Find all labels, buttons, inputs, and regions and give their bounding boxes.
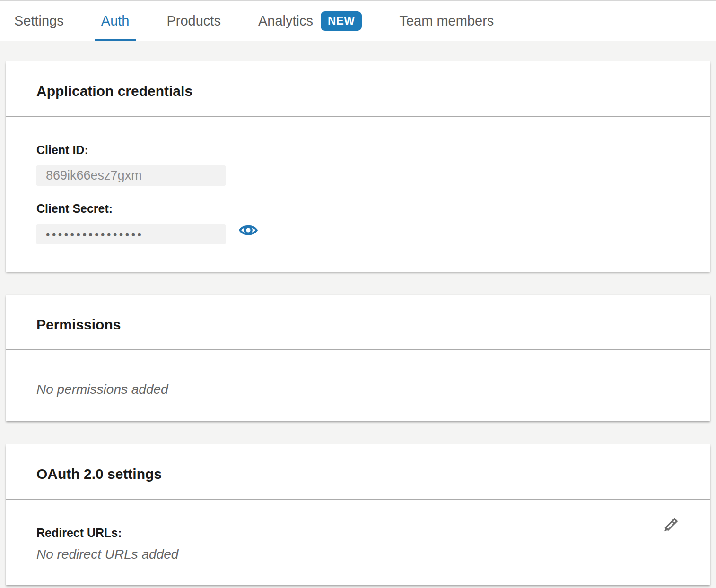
tab-label: Auth [101, 13, 130, 29]
application-credentials-card: Application credentials Client ID: 869ik… [6, 61, 710, 272]
card-header: OAuth 2.0 settings [6, 444, 710, 500]
tab-settings[interactable]: Settings [8, 1, 70, 41]
card-body: No permissions added [6, 350, 710, 421]
client-id-label: Client ID: [36, 143, 680, 157]
new-badge: NEW [321, 11, 362, 31]
tab-label: Settings [14, 13, 64, 29]
permissions-title: Permissions [36, 316, 680, 334]
oauth-settings-card: OAuth 2.0 settings Redirect URL [6, 444, 710, 585]
tab-label: Analytics [258, 13, 313, 29]
tab-label: Products [166, 13, 220, 29]
app-auth-page: Settings Auth Products Analytics NEW Tea… [0, 0, 716, 588]
card-header: Application credentials [6, 61, 710, 117]
client-secret-row: •••••••••••••••• [36, 216, 680, 244]
oauth-settings-title: OAuth 2.0 settings [36, 465, 680, 483]
tab-label: Team members [399, 13, 494, 29]
reveal-secret-button[interactable] [239, 223, 258, 238]
client-id-value[interactable]: 869ik66esz7gxm [36, 165, 226, 186]
redirect-urls-empty-text: No redirect URLs added [36, 547, 680, 562]
tab-products[interactable]: Products [160, 1, 227, 41]
permissions-card: Permissions No permissions added [6, 295, 710, 421]
application-credentials-title: Application credentials [36, 82, 680, 100]
tab-team-members[interactable]: Team members [393, 1, 500, 41]
permissions-empty-text: No permissions added [36, 382, 680, 397]
tab-bar: Settings Auth Products Analytics NEW Tea… [0, 0, 716, 41]
card-body: Redirect URLs: No redirect URLs added [6, 500, 710, 585]
tab-analytics[interactable]: Analytics NEW [252, 1, 369, 41]
page-content: Application credentials Client ID: 869ik… [0, 41, 716, 588]
client-secret-value[interactable]: •••••••••••••••• [36, 224, 226, 244]
card-body: Client ID: 869ik66esz7gxm Client Secret:… [6, 117, 710, 272]
redirect-urls-label: Redirect URLs: [36, 526, 680, 540]
edit-redirect-urls-button[interactable] [659, 515, 681, 536]
pencil-icon [659, 515, 681, 536]
client-secret-label: Client Secret: [36, 201, 680, 216]
tab-auth[interactable]: Auth [95, 1, 136, 41]
card-header: Permissions [6, 295, 710, 350]
eye-icon [239, 223, 258, 238]
